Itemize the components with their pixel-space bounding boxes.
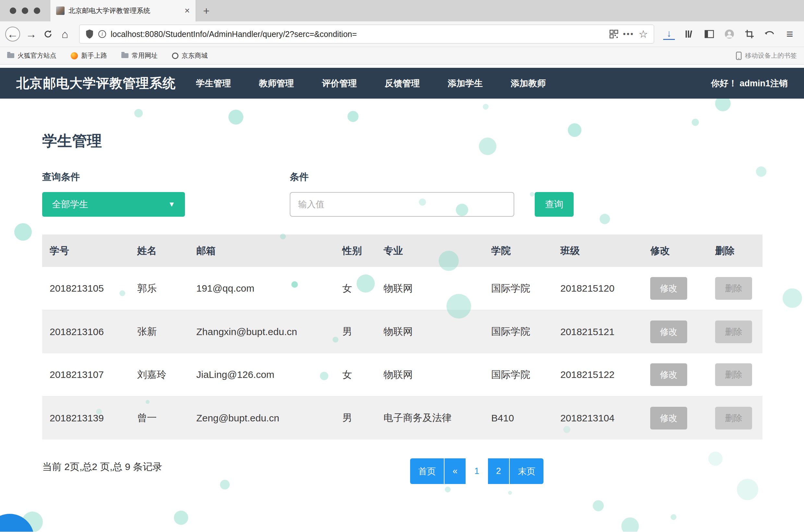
- site-info-icon[interactable]: [98, 30, 106, 38]
- forward-button[interactable]: →: [23, 26, 40, 42]
- bookmark-item[interactable]: 新手上路: [71, 51, 107, 60]
- edit-button[interactable]: 修改: [650, 277, 687, 300]
- nav-item-4[interactable]: 添加学生: [448, 78, 483, 89]
- cell-gender: 女: [342, 368, 384, 381]
- nav-item-1[interactable]: 教师管理: [259, 78, 294, 89]
- library-icon[interactable]: [683, 28, 695, 40]
- filter-row: 查询条件 全部学生 ▼ 条件 查询: [42, 171, 763, 217]
- bubble: [671, 514, 676, 520]
- globe-icon: [172, 53, 179, 59]
- tab-close-icon[interactable]: ×: [185, 6, 190, 15]
- edit-button[interactable]: 修改: [650, 321, 687, 343]
- reload-icon: [43, 29, 53, 39]
- delete-button[interactable]: 删除: [715, 321, 752, 343]
- pagination-button-active[interactable]: 2: [488, 458, 509, 484]
- account-icon[interactable]: [724, 28, 735, 40]
- column-header: 邮箱: [196, 244, 342, 258]
- cell-gender: 女: [342, 282, 384, 295]
- column-header: 姓名: [137, 244, 196, 258]
- table-row: 2018213106张新Zhangxin@bupt.edu.cn男物联网国际学院…: [42, 310, 763, 353]
- students-table: 学号姓名邮箱性别专业学院班级修改删除 2018213105郭乐191@qq.co…: [42, 234, 763, 440]
- tab-title: 北京邮电大学评教管理系统: [69, 6, 181, 15]
- site-brand[interactable]: 北京邮电大学评教管理系统: [16, 74, 176, 92]
- cell-college: 国际学院: [491, 368, 560, 381]
- table-row: 2018213107刘嘉玲JiaLing@126.com女物联网国际学院2018…: [42, 353, 763, 396]
- pagination-button[interactable]: «: [445, 458, 466, 484]
- window-close-button[interactable]: [10, 7, 16, 14]
- shield-icon: [85, 29, 94, 39]
- column-header: 班级: [560, 244, 650, 258]
- back-button[interactable]: ←: [5, 26, 20, 41]
- bookmark-label: 新手上路: [81, 51, 107, 60]
- screenshot-icon[interactable]: [744, 28, 755, 40]
- window-zoom-button[interactable]: [34, 7, 40, 14]
- pagination-button[interactable]: 首页: [410, 458, 444, 484]
- bookmark-label: 火狐官方站点: [18, 51, 56, 60]
- bookmarks-bar: 火狐官方站点新手上路常用网址京东商城 移动设备上的书签: [0, 47, 804, 64]
- edit-button[interactable]: 修改: [650, 407, 687, 430]
- student-filter-select[interactable]: 全部学生 ▼: [42, 192, 185, 217]
- menu-icon[interactable]: ≡: [784, 28, 796, 40]
- reload-button[interactable]: [40, 26, 56, 42]
- pagination-button[interactable]: 1: [466, 458, 487, 484]
- sidebar-toggle-icon[interactable]: [704, 28, 715, 40]
- cell-gender: 男: [342, 325, 384, 338]
- window-minimize-button[interactable]: [22, 7, 28, 14]
- delete-button[interactable]: 删除: [715, 407, 752, 430]
- bookmark-star-icon[interactable]: ☆: [638, 28, 648, 40]
- cell-class: 2018215121: [560, 326, 650, 337]
- nav-item-2[interactable]: 评价管理: [322, 78, 357, 89]
- cell-id: 2018213106: [42, 326, 137, 337]
- nav-item-3[interactable]: 反馈管理: [385, 78, 420, 89]
- cell-class: 2018215122: [560, 369, 650, 380]
- filter-label: 查询条件: [42, 171, 185, 184]
- bubble: [593, 500, 604, 511]
- page-actions-icon[interactable]: •••: [623, 30, 634, 39]
- condition-label: 条件: [290, 171, 514, 184]
- cell-name: 刘嘉玲: [137, 368, 196, 381]
- column-header: 专业: [384, 244, 491, 258]
- bookmark-item[interactable]: 火狐官方站点: [7, 51, 56, 60]
- cell-class: 2018215120: [560, 283, 650, 294]
- bubble: [174, 511, 188, 525]
- cell-email: Zhangxin@bupt.edu.cn: [196, 326, 342, 337]
- browser-tab[interactable]: 北京邮电大学评教管理系统 ×: [50, 0, 196, 21]
- qr-code-icon[interactable]: [609, 30, 618, 39]
- table-body: 2018213105郭乐191@qq.com女物联网国际学院2018215120…: [42, 267, 763, 440]
- web-page: 北京邮电大学评教管理系统 学生管理教师管理评价管理反馈管理添加学生添加教师 你好…: [0, 68, 804, 532]
- bookmark-item[interactable]: 京东商城: [172, 51, 208, 60]
- cell-college: B410: [491, 413, 560, 424]
- nav-item-0[interactable]: 学生管理: [196, 78, 231, 89]
- edit-button[interactable]: 修改: [650, 363, 687, 386]
- site-header: 北京邮电大学评教管理系统 学生管理教师管理评价管理反馈管理添加学生添加教师 你好…: [0, 68, 804, 99]
- firefox-icon: [71, 52, 78, 59]
- chevron-down-icon: ▼: [168, 200, 175, 209]
- bookmark-list: 火狐官方站点新手上路常用网址京东商城: [7, 51, 208, 60]
- browser-toolbar: ← → ⌂ localhost:8080/StudentInfo/AdminHa…: [0, 21, 804, 47]
- mobile-bookmarks[interactable]: 移动设备上的书签: [736, 51, 797, 60]
- search-button[interactable]: 查询: [535, 192, 574, 217]
- user-info[interactable]: 你好！ admin1注销: [711, 78, 788, 89]
- cell-email: JiaLing@126.com: [196, 369, 342, 380]
- url-text[interactable]: localhost:8080/StudentInfo/AdminHandler/…: [111, 30, 605, 39]
- url-bar[interactable]: localhost:8080/StudentInfo/AdminHandler/…: [79, 25, 654, 43]
- condition-input[interactable]: [290, 192, 514, 217]
- cell-email: Zeng@bupt.edu.cn: [196, 413, 342, 424]
- bookmark-item[interactable]: 常用网址: [121, 51, 158, 60]
- pagination-button[interactable]: 末页: [510, 458, 543, 484]
- pagination-summary: 当前 2页,总2 页,总 9 条记录: [42, 456, 763, 474]
- site-nav: 学生管理教师管理评价管理反馈管理添加学生添加教师: [196, 78, 546, 89]
- delete-button[interactable]: 删除: [715, 277, 752, 300]
- delete-button[interactable]: 删除: [715, 363, 752, 386]
- nav-item-5[interactable]: 添加教师: [511, 78, 546, 89]
- pagination: 首页«12末页: [410, 458, 543, 484]
- table-header-row: 学号姓名邮箱性别专业学院班级修改删除: [42, 234, 763, 267]
- downloads-icon[interactable]: ↓: [663, 28, 675, 40]
- cell-name: 郭乐: [137, 282, 196, 295]
- tab-favicon: [56, 6, 64, 15]
- new-tab-button[interactable]: +: [196, 0, 217, 21]
- home-button[interactable]: ⌂: [56, 26, 73, 42]
- cell-name: 曾一: [137, 411, 196, 425]
- column-header: 学院: [491, 244, 560, 258]
- undo-icon[interactable]: [764, 28, 775, 40]
